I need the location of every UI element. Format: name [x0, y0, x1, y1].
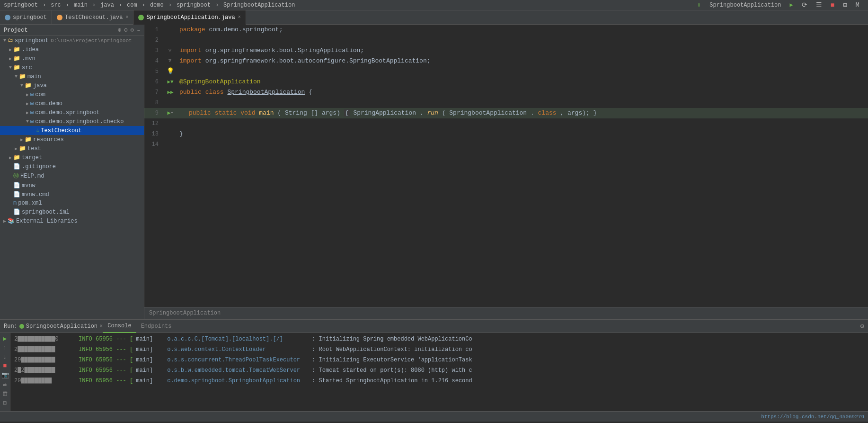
line-num-13: 13: [144, 129, 163, 139]
run-btn-stop[interactable]: ■: [1, 362, 9, 369]
log-msg-5: : Started SpringbootApplication in 1.216…: [312, 376, 472, 386]
run-icon-9[interactable]: ▶: [167, 108, 170, 118]
log-level-4: INFO 65956 --- [: [79, 366, 133, 375]
tree-item-gitignore[interactable]: 📄 .gitignore: [0, 162, 144, 171]
top-icon-1[interactable]: ⬆: [697, 1, 701, 9]
tab-icon-spring: [138, 15, 144, 20]
tree-item-test[interactable]: ▶ 📁 test: [0, 144, 144, 153]
sidebar-icon-settings[interactable]: ⚙: [131, 27, 134, 34]
run-btn-filter[interactable]: ⊟: [1, 399, 9, 407]
run-btn-trash[interactable]: ✕: [1, 409, 9, 411]
tab-springbootapp[interactable]: SpringbootApplication.java ×: [133, 10, 246, 25]
tree-item-java[interactable]: ▼ 📁 java: [0, 81, 144, 90]
code-line-1: 1 package com.demo.springboot;: [144, 25, 868, 35]
run-app-icon: [19, 324, 24, 329]
tree-item-com-demo-springboot[interactable]: ▶ ⊞ com.demo.springboot: [0, 108, 144, 117]
tree-item-springboot-iml[interactable]: 📄 springboot.iml: [0, 207, 144, 216]
tree-item-com[interactable]: ▶ ⊞ com: [0, 90, 144, 99]
log-line-5: 20█████████ INFO 65956 --- [ main] c.dem…: [10, 376, 868, 386]
tab-testcheckout[interactable]: TestCheckout.java ×: [52, 10, 133, 25]
tree-label-mvnw: mvnw: [22, 182, 35, 189]
top-icon-3[interactable]: ☰: [816, 1, 822, 9]
log-logger-4: o.s.b.w.embedded.tomcat.TomcatWebServer: [167, 366, 309, 375]
tree-item-mvnw-cmd[interactable]: 📄 mvnw.cmd: [0, 190, 144, 199]
tab-close-testcheckout[interactable]: ×: [125, 15, 128, 20]
tree-arrow-mvn: ▶: [8, 56, 13, 62]
run-icon-6a[interactable]: ▶: [167, 77, 170, 87]
fold-icon-4[interactable]: ▽: [168, 56, 171, 66]
tree-arrow-main: ▼: [13, 74, 19, 79]
top-icon-5[interactable]: ⊡: [843, 1, 847, 9]
tree-icon-java: 📁: [25, 82, 32, 89]
tree-item-target[interactable]: ▶ 📁 target: [0, 153, 144, 162]
sidebar-icon-collapse[interactable]: ⊖: [124, 27, 127, 34]
run-btn-clear[interactable]: 🗑: [1, 390, 9, 397]
run-tab-console[interactable]: Console: [103, 320, 136, 333]
line-gutter-5: 💡: [163, 66, 177, 77]
status-left: [4, 414, 7, 420]
tree-item-resources[interactable]: ▶ 📁 resources: [0, 135, 144, 144]
run-icon-7a[interactable]: ▶: [167, 87, 170, 98]
tab-close-springbootapp[interactable]: ×: [238, 15, 241, 20]
tree-arrow-com-demo-springboot: ▶: [25, 110, 30, 116]
log-thread-3: main]: [136, 355, 164, 365]
status-bar: https://blog.csdn.net/qq_45069279: [0, 411, 868, 422]
run-btn-wrap[interactable]: ⇌: [1, 381, 9, 388]
tree-item-main[interactable]: ▼ 📁 main: [0, 72, 144, 81]
tree-item-mvnw[interactable]: 📄 mvnw: [0, 181, 144, 190]
line-content-13: }: [177, 129, 868, 139]
run-btn-down[interactable]: ↓: [1, 353, 9, 360]
line-content-4: import org.springframework.boot.autoconf…: [177, 56, 868, 66]
line-num-6: 6: [144, 77, 163, 87]
top-icon-4[interactable]: ■: [831, 1, 834, 9]
sidebar-icon-scope[interactable]: ⊕: [118, 27, 121, 34]
run-btn-camera[interactable]: 📷: [1, 371, 9, 379]
log-msg-1: : Initializing Spring embedded WebApplic…: [312, 334, 472, 344]
tree-item-external-libraries[interactable]: ▶ 📚 External Libraries: [0, 216, 144, 225]
tree-label-src: src: [22, 64, 32, 71]
top-icon-6[interactable]: M: [856, 1, 859, 9]
tree-item-com-demo[interactable]: ▶ ⊞ com.demo: [0, 99, 144, 108]
log-msg-3: : Initializing ExecutorService 'applicat…: [312, 355, 472, 365]
line-content-12: [177, 118, 868, 129]
breadcrumb-src: src: [51, 2, 61, 9]
tab-springboot[interactable]: springboot: [0, 10, 52, 25]
tree-arrow-test: ▶: [13, 146, 19, 152]
editor-filename-status: SpringbootApplication: [149, 310, 221, 316]
sidebar-icon-menu[interactable]: …: [137, 27, 140, 34]
tree-item-pom-xml[interactable]: m pom.xml: [0, 199, 144, 207]
code-area[interactable]: 1 package com.demo.springboot; 2 3 ▽: [144, 25, 868, 307]
run-label: Run:: [4, 323, 18, 330]
run-icon-7b[interactable]: ▶: [170, 87, 174, 98]
fold-icon-9[interactable]: +: [171, 108, 174, 118]
log-msg-4: : Tomcat started on port(s): 8080 (http)…: [312, 366, 472, 375]
top-icon-2[interactable]: ⟳: [802, 1, 807, 9]
tree-label-test: test: [27, 145, 41, 152]
tree-item-mvn[interactable]: ▶ 📁 .mvn: [0, 54, 144, 63]
breadcrumb-springboot: springboot: [4, 2, 38, 9]
code-line-8: 8: [144, 98, 868, 108]
run-tab-close[interactable]: ×: [99, 323, 103, 330]
code-line-14: 14: [144, 139, 868, 150]
log-time-2: 2███████████: [14, 345, 76, 354]
run-settings-icon[interactable]: ⚙: [860, 322, 864, 330]
tree-item-src[interactable]: ▼ 📁 src: [0, 63, 144, 72]
fold-icon-3[interactable]: ▽: [168, 45, 171, 56]
top-icon-run[interactable]: ▶: [790, 1, 793, 9]
tree-label-testcheckout: TestCheckout: [41, 127, 81, 134]
tree-item-com-demo-springboot-checkout[interactable]: ▼ ⊞ com.demo.springboot.checko: [0, 117, 144, 126]
editor: 1 package com.demo.springboot; 2 3 ▽: [144, 25, 868, 319]
tree-label-main: main: [27, 73, 41, 80]
tree-item-help-md[interactable]: Ⓜ HELP.md: [0, 171, 144, 181]
tree-item-root[interactable]: ▼ 🗂 springboot D:\IDEA\Project\springboo…: [0, 36, 144, 45]
tree-item-idea[interactable]: ▶ 📁 .idea: [0, 45, 144, 54]
run-icon-6b[interactable]: ▼: [170, 77, 174, 87]
status-url: https://blog.csdn.net/qq_45069279: [761, 414, 864, 420]
run-btn-up[interactable]: ↑: [1, 344, 9, 351]
breadcrumb-com: com: [127, 2, 137, 9]
tree-item-testcheckout[interactable]: ☕ TestCheckout: [0, 126, 144, 135]
run-btn-restart[interactable]: ▶: [1, 335, 9, 342]
run-tab-endpoints[interactable]: Endpoints: [136, 320, 177, 333]
run-content: ▶ ↑ ↓ ■ 📷 ⇌ 🗑 ⊟ ✕ 2███████████0 INFO 659…: [0, 333, 868, 411]
log-time-1: 2███████████0: [14, 334, 76, 344]
